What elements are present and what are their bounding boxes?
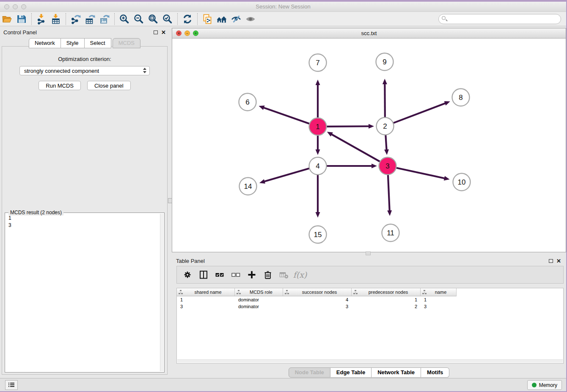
tab-edge-table[interactable]: Edge Table <box>330 367 372 378</box>
table-row[interactable]: 1dominator411 <box>177 296 563 303</box>
tab-mcds[interactable]: MCDS <box>113 38 140 48</box>
table-settings-button[interactable] <box>180 268 195 282</box>
mcds-result-box: MCDS result (2 nodes) 1 3 <box>5 213 165 373</box>
close-panel-button[interactable]: Close panel <box>87 81 131 90</box>
table-cell: 3 <box>283 303 352 310</box>
close-panel-icon[interactable]: ✕ <box>161 30 166 35</box>
zoom-selected-button[interactable] <box>160 13 175 25</box>
memory-button[interactable]: Memory <box>527 380 562 390</box>
graph-edge-2-9[interactable] <box>385 83 385 118</box>
graph-edge-arrowhead <box>369 124 374 129</box>
network-canvas[interactable]: 7968124314101511 <box>172 39 566 252</box>
graph-edge-3-1[interactable] <box>331 134 380 162</box>
import-table-button[interactable] <box>49 13 63 25</box>
table-hscrollbar[interactable] <box>177 359 563 363</box>
graph-edge-1-6[interactable] <box>263 108 310 124</box>
status-bar: Memory <box>0 378 566 391</box>
duplicate-network-icon <box>202 14 213 25</box>
column-label: shared name <box>183 290 233 295</box>
toolbar-separator <box>177 13 178 25</box>
graph-node-label: 3 <box>385 162 389 170</box>
optimization-criterion-dropdown[interactable]: strongly connected component <box>19 66 150 75</box>
graph-edge-arrowhead <box>384 149 389 155</box>
main-toolbar <box>0 12 566 26</box>
export-image-button[interactable] <box>97 13 112 25</box>
table-body: 1dominator4113dominator323 <box>177 296 563 310</box>
open-session-button[interactable] <box>0 13 14 25</box>
add-column-button[interactable] <box>245 268 259 282</box>
import-network-button[interactable] <box>34 13 49 25</box>
select-all-button[interactable] <box>212 268 227 282</box>
graph-node-label: 1 <box>316 123 319 131</box>
float-panel-icon[interactable] <box>549 259 553 263</box>
dropdown-value: strongly connected component <box>24 68 99 74</box>
gear-icon <box>182 269 193 280</box>
save-session-button[interactable] <box>14 13 29 25</box>
function-builder-button[interactable]: f(x) <box>293 268 307 282</box>
tab-network-table[interactable]: Network Table <box>372 367 421 378</box>
main-area: Control Panel ✕ NetworkStyleSelectMCDS O… <box>0 26 566 378</box>
tab-node-table[interactable]: Node Table <box>289 367 330 378</box>
result-scrollbar[interactable] <box>160 214 164 371</box>
float-panel-icon[interactable] <box>154 30 158 34</box>
run-mcds-button[interactable]: Run MCDS <box>39 81 81 90</box>
app-titlebar: Session: New Session <box>0 2 566 12</box>
toolbar-separator <box>31 13 32 25</box>
table-row[interactable]: 3dominator323 <box>177 303 563 310</box>
close-panel-icon[interactable]: ✕ <box>556 258 561 264</box>
graph-node-label: 14 <box>244 182 252 190</box>
export-network-button[interactable] <box>69 13 83 25</box>
export-network-icon <box>70 14 81 25</box>
export-table-button[interactable] <box>83 13 97 25</box>
search-input[interactable] <box>438 14 561 24</box>
table-panel: Table Panel ✕ f(x) s <box>172 255 566 378</box>
graph-edge-2-8[interactable] <box>393 103 446 123</box>
show-hide-button[interactable] <box>243 13 258 25</box>
graph-node-label: 2 <box>383 122 387 130</box>
function-builder-icon: f(x) <box>293 270 307 279</box>
graph-edge-2-3[interactable] <box>385 135 386 150</box>
tab-select[interactable]: Select <box>85 38 111 48</box>
duplicate-network-button[interactable] <box>200 13 215 25</box>
list-icon <box>8 383 14 387</box>
delete-table-button[interactable] <box>277 268 291 282</box>
zoom-out-button[interactable] <box>132 13 146 25</box>
cyndex-home-button[interactable] <box>215 13 229 25</box>
network-window-title: scc.txt <box>172 30 566 36</box>
save-session-icon <box>16 14 27 25</box>
toggle-columns-button[interactable] <box>196 268 211 282</box>
node-table: shared nameMCDS rolesuccessor nodesprede… <box>176 288 564 364</box>
control-panel-header: Control Panel ✕ <box>0 26 169 38</box>
column-label: predecessor nodes <box>358 290 418 295</box>
tab-motifs[interactable]: Motifs <box>421 367 449 378</box>
graph-edge-1-2[interactable] <box>326 126 369 127</box>
graph-edge-3-11[interactable] <box>388 174 390 211</box>
delete-column-button[interactable] <box>261 268 275 282</box>
tab-network[interactable]: Network <box>29 38 61 48</box>
mcds-result-text[interactable]: 1 3 <box>8 215 159 371</box>
deselect-all-icon <box>230 269 241 280</box>
table-cell: 2 <box>352 303 421 310</box>
column-label: MCDS role <box>241 290 281 295</box>
zoom-in-button[interactable] <box>117 13 132 25</box>
open-session-icon <box>2 14 13 25</box>
graph-edge-4-14[interactable] <box>264 168 309 182</box>
tab-style[interactable]: Style <box>61 38 85 48</box>
control-panel-title: Control Panel <box>3 29 37 36</box>
task-history-button[interactable] <box>5 380 18 390</box>
column-header-MCDS-role[interactable]: MCDS role <box>235 288 283 296</box>
column-header-name[interactable]: name <box>421 288 457 296</box>
visual-properties-button[interactable] <box>229 13 243 25</box>
select-all-icon <box>214 269 225 280</box>
graph-edge-3-10[interactable] <box>396 168 445 178</box>
zoom-fit-icon <box>148 14 159 25</box>
visual-properties-icon <box>231 14 242 25</box>
zoom-fit-button[interactable] <box>146 13 160 25</box>
table-cell: 4 <box>283 296 352 303</box>
column-header-successor-nodes[interactable]: successor nodes <box>283 288 352 296</box>
table-panel-header: Table Panel ✕ <box>172 255 566 267</box>
column-header-shared-name[interactable]: shared name <box>177 288 235 296</box>
refresh-button[interactable] <box>180 13 195 25</box>
deselect-all-button[interactable] <box>228 268 243 282</box>
column-header-predecessor-nodes[interactable]: predecessor nodes <box>352 288 421 296</box>
